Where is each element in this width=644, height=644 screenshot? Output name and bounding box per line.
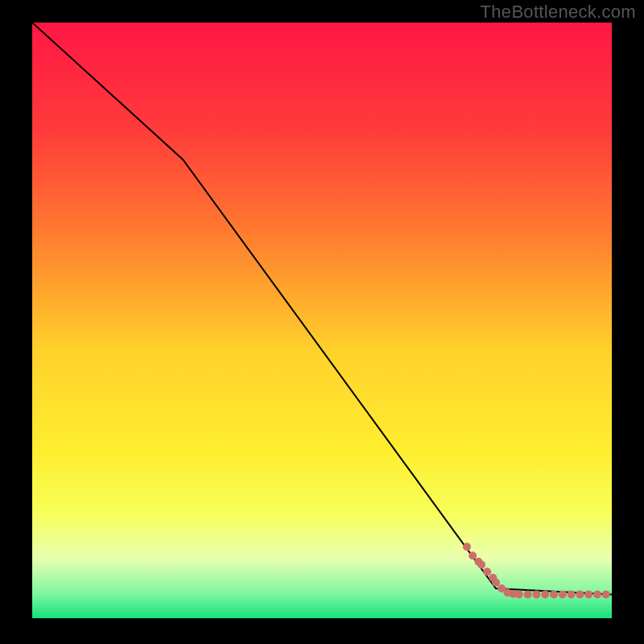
scatter-point (568, 590, 576, 598)
scatter-point (576, 590, 584, 598)
scatter-point (492, 579, 500, 587)
scatter-point (515, 590, 523, 598)
scatter-point (541, 590, 549, 598)
chart-svg (32, 23, 612, 618)
gradient-background (32, 23, 612, 618)
chart-frame: TheBottleneck.com (0, 0, 644, 644)
scatter-point (463, 543, 471, 551)
scatter-point (584, 590, 592, 598)
scatter-point (477, 560, 485, 568)
scatter-point (524, 590, 532, 598)
scatter-point (602, 590, 610, 598)
scatter-point (550, 590, 558, 598)
scatter-point (532, 590, 540, 598)
scatter-point (559, 590, 567, 598)
plot-area (32, 23, 612, 618)
scatter-point (483, 568, 491, 576)
scatter-point (469, 551, 477, 559)
watermark-text: TheBottleneck.com (481, 2, 636, 23)
scatter-point (593, 590, 601, 598)
